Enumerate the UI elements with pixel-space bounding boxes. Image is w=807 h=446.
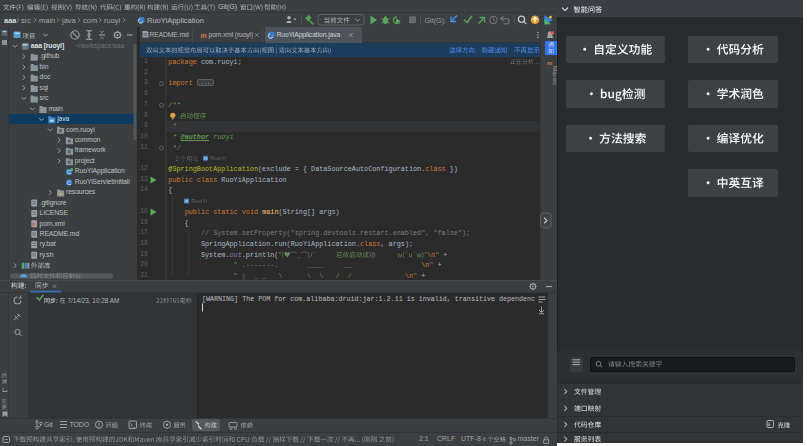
svg-text:Maven: Maven: [552, 66, 559, 85]
svg-text:C: C: [67, 180, 71, 186]
svg-text:m: m: [201, 31, 207, 40]
svg-text:m: m: [32, 221, 37, 227]
